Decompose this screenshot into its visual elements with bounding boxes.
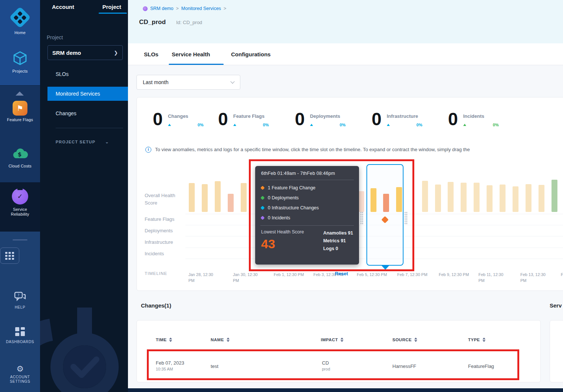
timeline-tick-label: Feb 11, 12:30PM (478, 272, 514, 283)
tab-account[interactable]: Account (52, 4, 74, 10)
timeline-tick-label: Jan 28, 12:30PM (188, 272, 224, 283)
health-score-bar[interactable] (241, 183, 247, 212)
health-score-bar[interactable] (461, 183, 467, 212)
health-score-bar[interactable] (539, 185, 544, 212)
cell-source: HarnessFF (392, 363, 416, 369)
project-selector[interactable]: SRM demo ❯ (47, 45, 123, 60)
column-header-name[interactable]: NAME (211, 338, 230, 342)
health-score-bar[interactable] (358, 191, 364, 212)
column-header-impact[interactable]: IMPACT (321, 338, 343, 342)
page-header: SRM demo > Monitored Services > CD_prod … (128, 0, 563, 43)
nav-item-project-setup[interactable]: PROJECT SETUP⌄ (56, 139, 109, 144)
window-drag-handle-right[interactable] (404, 212, 408, 225)
nav-item-slos[interactable]: SLOs (40, 67, 128, 81)
module-switcher-button[interactable] (0, 248, 40, 264)
health-score-bar[interactable] (202, 184, 208, 212)
active-tab-underline (99, 13, 127, 14)
sidebar-item-account-settings[interactable]: ⚙ ACCOUNT SETTINGS (0, 365, 40, 383)
sort-icon (340, 338, 343, 342)
tooltip-divider (260, 225, 354, 226)
project-nav-panel: Account Project Project SRM demo ❯ SLOs … (40, 0, 128, 392)
health-score-bar[interactable] (487, 185, 493, 212)
cell-time: Feb 07, 2023 10:35 AM (156, 360, 184, 371)
reset-link[interactable]: Reset (335, 271, 348, 276)
sort-icon (414, 338, 417, 342)
chat-help-icon: ? (13, 291, 27, 303)
row-label-overall-health-score: Overall HealthScore (145, 192, 175, 207)
sidebar-item-feature-flags[interactable]: ⚑ Feature Flags (0, 101, 40, 122)
bottom-bar (128, 388, 563, 392)
service-card-partial (550, 320, 563, 382)
collapse-up-icon[interactable] (16, 92, 24, 96)
sidebar-item-projects[interactable]: Projects (0, 50, 40, 73)
health-score-bar[interactable] (448, 182, 454, 212)
sidebar-item-label: HELP (0, 305, 40, 309)
health-score-bar[interactable] (552, 180, 557, 212)
nav-divider (56, 128, 123, 128)
selected-time-window[interactable] (366, 164, 404, 266)
health-score-bar[interactable] (189, 183, 195, 212)
sidebar-item-label: DASHBOARDS (0, 340, 40, 344)
sidebar-item-dashboards[interactable]: DASHBOARDS (0, 326, 40, 344)
row-label-feature-flags: Feature Flags (145, 216, 174, 222)
sidebar-item-service-reliability[interactable]: Service Reliability (0, 188, 40, 216)
timeline-tick-label: Feb 9, 12:30 PM (439, 272, 474, 278)
timeline-tick-label: Jan 30, 12:30PM (233, 272, 269, 283)
tooltip-stat: Logs 0 (323, 245, 353, 253)
project-avatar-icon (143, 6, 148, 11)
sort-icon (169, 338, 172, 342)
breadcrumb: SRM demo > Monitored Services > (143, 6, 226, 11)
column-header-source[interactable]: SOURCE (392, 338, 417, 342)
info-banner-text: To view anomalies, metrics and logs for … (155, 147, 561, 152)
tooltip-change-item: 0 Infrastructure Changes (261, 205, 353, 210)
period-select[interactable]: Last month (136, 75, 240, 90)
stat-percent: 0% (263, 123, 269, 127)
sidebar-item-label: Home (0, 30, 40, 35)
chevron-down-icon (230, 79, 234, 83)
trend-up-icon (233, 124, 236, 126)
stat-label: Infrastructure (387, 113, 422, 119)
tab-project[interactable]: Project (102, 4, 121, 10)
health-score-bar[interactable] (422, 181, 428, 212)
tooltip-stat: Metrics 91 (323, 237, 353, 245)
health-score-bar[interactable] (500, 185, 506, 212)
health-score-bar[interactable] (526, 184, 531, 212)
tooltip-change-list: 1 Feature Flag Change0 Deployments0 Infr… (261, 185, 353, 220)
window-drag-handle-left[interactable] (360, 212, 363, 225)
stat-value: 0 (295, 110, 305, 129)
nav-item-monitored-services[interactable]: Monitored Services (47, 87, 128, 101)
column-header-time[interactable]: TIME (156, 338, 172, 342)
health-score-bar[interactable] (474, 183, 480, 212)
sidebar-item-cloud-costs[interactable]: $ Cloud Costs (0, 146, 40, 168)
breadcrumb-section-link[interactable]: Monitored Services (181, 6, 221, 11)
sidebar-item-home[interactable]: Home (0, 7, 40, 35)
tab-slos[interactable]: SLOs (144, 51, 158, 57)
detail-tabbar: SLOs Service Health Configurations (128, 43, 563, 65)
svg-text:$: $ (18, 151, 22, 158)
sidebar-item-help[interactable]: ? HELP (0, 291, 40, 309)
timeline-axis: Jan 28, 12:30PMJan 30, 12:30PMFeb 1, 12:… (0, 272, 563, 286)
lowest-health-score-label: Lowest Health Score (261, 229, 304, 235)
infrastructure-marker-icon (260, 206, 264, 210)
timeline-tick-label: Feb 13, 12:30PM (520, 272, 556, 283)
changes-heading: Changes(1) (141, 302, 171, 309)
stat-label: Incidents (463, 113, 499, 119)
health-score-bar[interactable] (513, 186, 518, 212)
cell-name: test (211, 363, 218, 369)
trend-up-icon (168, 124, 171, 126)
feature_flag-marker-icon (260, 186, 264, 190)
health-score-bar[interactable] (435, 185, 441, 212)
timeline-tick-label: Feb 5, 12:30 PM (357, 272, 392, 278)
cell-impact: CD prod (322, 360, 330, 371)
stat-label: Changes (168, 113, 204, 119)
nav-item-changes[interactable]: Changes (40, 106, 128, 120)
tab-configurations[interactable]: Configurations (231, 51, 271, 57)
stat-label: Feature Flags (233, 113, 269, 119)
tooltip-change-item: 0 Deployments (261, 195, 353, 200)
health-score-bar[interactable] (215, 181, 221, 212)
project-section-label: Project (47, 34, 63, 40)
health-score-bar[interactable] (228, 194, 234, 212)
column-header-type[interactable]: TYPE (468, 338, 485, 342)
breadcrumb-project-link[interactable]: SRM demo (150, 6, 174, 11)
tab-service-health[interactable]: Service Health (172, 51, 210, 57)
